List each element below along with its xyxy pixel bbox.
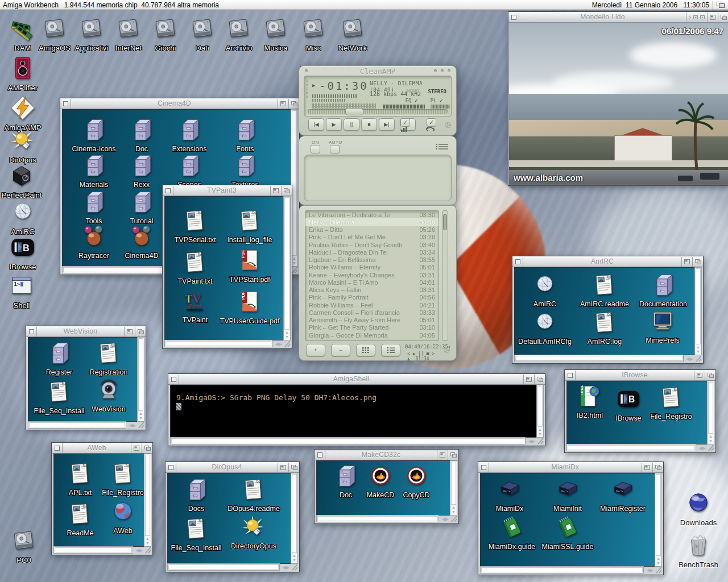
snapshot-iconify-gadgets[interactable] — [686, 13, 707, 22]
playlist-item[interactable]: Pink – Get The Party Started03:10 — [305, 324, 439, 331]
scrollbar-handle[interactable] — [515, 356, 682, 361]
playlist-item[interactable]: Haiducii – Dragostea Din Tei03:34 — [305, 248, 439, 256]
vertical-scrollbar[interactable]: ▲▼ — [694, 267, 702, 355]
eq-presets-menu-icon[interactable] — [436, 143, 448, 151]
desktop-icon-network[interactable]: NetWork — [325, 15, 380, 52]
scrollbar-handle[interactable] — [292, 110, 297, 256]
zoom-gadget[interactable] — [270, 186, 281, 196]
scroll-arrows[interactable]: ▲▼ — [655, 556, 661, 566]
eq-on-checkbox[interactable] — [311, 145, 320, 153]
playlist-item[interactable]: Pink – Family Portrait04:56 — [305, 294, 439, 301]
seek-handle[interactable] — [345, 108, 363, 115]
scroll-arrows[interactable]: ▲▼ — [284, 330, 290, 339]
resize-gadget[interactable]: ◀▶ — [527, 438, 544, 444]
transport-play-button[interactable]: ▶ — [326, 118, 342, 131]
file-icon-install_log_file[interactable]: Install_log_file — [218, 208, 281, 244]
desktop-icon-downloads[interactable]: Downloads — [671, 490, 726, 527]
skin-gadget-dot[interactable] — [448, 69, 450, 72]
resize-gadget[interactable]: ◀▶ — [281, 564, 298, 571]
window-titlebar[interactable]: WebVision — [26, 326, 146, 337]
window-titlebar[interactable]: DirOpus4 — [166, 462, 299, 473]
zoom-gadget[interactable] — [278, 99, 288, 109]
vertical-scrollbar[interactable]: ▲▼ — [283, 196, 291, 340]
file-icon-miamidx[interactable]: MiamiDx — [478, 477, 541, 513]
vertical-scrollbar[interactable]: ▲▼ — [144, 454, 151, 547]
file-icon-amirc.readme[interactable]: AmIRC.readme — [573, 272, 636, 308]
scrollbar-handle[interactable] — [284, 197, 289, 330]
scrollbar-handle[interactable] — [166, 341, 271, 346]
desktop-icon-pc0[interactable]: PC0 — [0, 527, 51, 564]
playlist-add-button[interactable]: + — [306, 344, 325, 356]
file-icon-tvpaint.txt[interactable]: TVPaint.txt — [164, 250, 226, 285]
transport-prev-button[interactable]: |◀ — [308, 118, 324, 131]
vertical-scrollbar[interactable]: ▲▼ — [707, 381, 714, 444]
file-icon-copycd[interactable]: CopyCD — [385, 463, 448, 499]
resize-gadget[interactable]: ◀▶ — [274, 341, 291, 347]
horizontal-scrollbar[interactable] — [167, 563, 280, 571]
window-titlebar[interactable]: Mondello Lido — [508, 12, 728, 23]
resize-gadget[interactable]: ◀▶ — [440, 516, 457, 522]
playlist-item[interactable]: Keane – Everybody's Changes03:31 — [305, 271, 439, 278]
scroll-arrows[interactable]: ▲▼ — [144, 537, 151, 546]
desktop-icon-benchtrash[interactable]: BenchTrash — [671, 532, 726, 569]
zoom-gadget[interactable] — [694, 371, 705, 380]
scroll-arrows[interactable]: ▲▼ — [291, 554, 297, 563]
file-icon-amirc[interactable]: AmIRC — [514, 272, 576, 308]
horizontal-scrollbar[interactable] — [316, 515, 439, 522]
window-titlebar[interactable]: AWeb — [52, 443, 152, 454]
desktop-icon-diropus[interactable]: DirOpus — [0, 127, 50, 164]
depth-gadget[interactable] — [652, 463, 663, 472]
window-titlebar[interactable]: AmIRC — [512, 256, 703, 267]
playlist-options-button[interactable] — [381, 344, 400, 356]
playlist-item[interactable]: Marco Masini – E Ti Amo04:01 — [305, 278, 439, 286]
skin-gadget-dot[interactable] — [434, 69, 437, 72]
zoom-gadget[interactable] — [681, 257, 692, 267]
depth-gadget[interactable] — [718, 13, 728, 22]
file-icon-miamiregister[interactable]: MiamiRegister — [592, 477, 654, 513]
close-gadget[interactable] — [315, 450, 325, 460]
scroll-arrows[interactable]: ▲▼ — [138, 411, 144, 421]
scrollbar-handle[interactable] — [145, 455, 150, 536]
file-icon-documentation[interactable]: Documentation — [632, 272, 694, 308]
file-icon-miamidx.guide[interactable]: MiamiDx.guide — [481, 515, 543, 551]
file-icon-dopus4.readme[interactable]: DOpus4.readme — [222, 477, 285, 513]
scroll-arrows[interactable]: ▲▼ — [695, 345, 701, 354]
horizontal-scrollbar[interactable] — [53, 546, 133, 554]
file-icon-amirc.log[interactable]: AmIRC.log — [573, 310, 636, 346]
horizontal-scrollbar[interactable] — [566, 444, 696, 451]
file-icon-registration[interactable]: Registration — [77, 340, 140, 376]
scrollbar-handle[interactable] — [537, 386, 543, 427]
zoom-gadget[interactable] — [642, 463, 652, 472]
desktop-icon-shell[interactable]: 1>Shell — [0, 273, 49, 310]
window-titlebar[interactable]: MakeCD32c — [315, 450, 458, 460]
window-titlebar[interactable]: TVPaint3 — [163, 185, 292, 196]
horizontal-scrollbar[interactable] — [164, 340, 272, 347]
desktop-icon-amirc[interactable]: AmiRC — [0, 199, 50, 236]
depth-gadget[interactable] — [534, 375, 545, 384]
scroll-arrows[interactable]: ▲▼ — [537, 427, 543, 436]
scrollbar-handle[interactable] — [481, 567, 643, 572]
zoom-gadget[interactable] — [523, 375, 534, 384]
desktop-icon-amplifier[interactable]: AMPlifier — [0, 55, 50, 92]
file-icon-miamissl.guide[interactable]: MiamiSSL.guide — [536, 515, 599, 551]
scrollbar-handle[interactable] — [696, 268, 701, 344]
vertical-scrollbar[interactable]: ▲▼ — [450, 460, 457, 516]
playlist-item[interactable]: Paulina Rubio – Don't Say Goodb03:40 — [305, 241, 439, 248]
scrollbar-handle[interactable] — [656, 474, 661, 556]
transport-pause-button[interactable]: || — [344, 118, 359, 131]
resize-gadget[interactable]: ◀▶ — [134, 547, 151, 554]
close-gadget[interactable] — [512, 257, 523, 267]
file-icon-file_seq_install[interactable]: File_Seq_Install — [165, 516, 228, 552]
close-gadget[interactable] — [26, 327, 37, 336]
desktop-icon-amigaamp[interactable]: AmigaAMP — [0, 95, 50, 132]
resize-gadget[interactable]: ◀▶ — [697, 445, 714, 451]
playlist-item[interactable]: Aerosmith – Fly Away From Here05:01 — [305, 317, 439, 324]
pl-check[interactable]: ✓ — [440, 97, 443, 103]
file-icon-tvpaint[interactable]: TVPaintTVPaint — [164, 288, 226, 324]
eq-auto-checkbox[interactable] — [330, 145, 340, 153]
desktop-icon-perfectpaint[interactable]: PerfectPaint — [0, 163, 49, 199]
shuffle-checkbox[interactable]: ✓ — [400, 118, 410, 127]
scrollbar-handle[interactable] — [451, 462, 456, 505]
scrollbar-handle[interactable] — [317, 516, 438, 521]
zoom-gadget[interactable] — [278, 463, 288, 472]
